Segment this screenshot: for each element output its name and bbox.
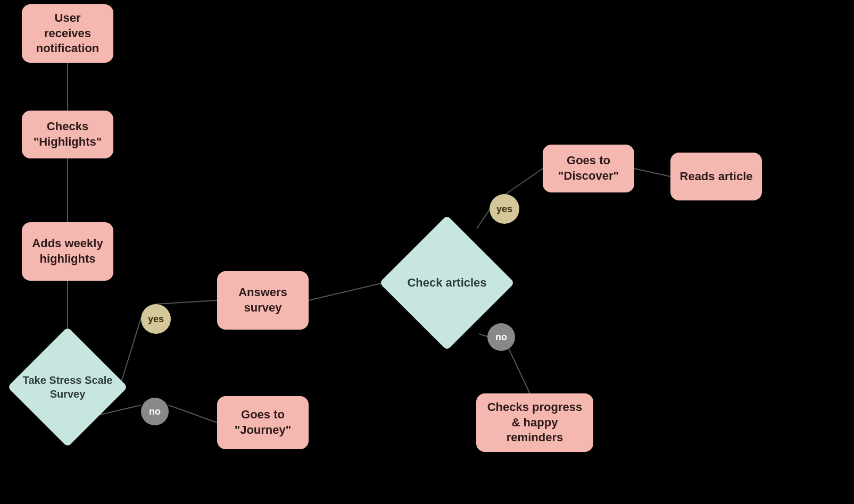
svg-line-8 bbox=[477, 209, 490, 229]
check-articles-label: Check articles bbox=[407, 275, 486, 291]
no-survey-circle: no bbox=[141, 398, 169, 425]
svg-line-9 bbox=[503, 169, 543, 196]
adds-weekly-highlights-node: Adds weekly highlights bbox=[22, 222, 113, 281]
flowchart: User receives notification Checks "Highl… bbox=[0, 0, 854, 504]
svg-line-3 bbox=[120, 318, 141, 387]
svg-line-5 bbox=[309, 283, 383, 300]
svg-line-10 bbox=[634, 169, 670, 177]
checks-progress-node: Checks progress & happy reminders bbox=[476, 393, 593, 452]
take-stress-survey-diamond: Take Stress Scale Survey bbox=[14, 334, 121, 440]
check-articles-diamond: Check articles bbox=[383, 229, 511, 337]
yes-survey-circle: yes bbox=[141, 304, 171, 334]
yes-articles-circle: yes bbox=[490, 194, 519, 224]
svg-line-4 bbox=[155, 300, 217, 304]
svg-line-7 bbox=[169, 405, 217, 423]
user-receives-notification-node: User receives notification bbox=[22, 4, 113, 63]
no-articles-circle: no bbox=[487, 323, 515, 351]
goes-to-discover-node: Goes to "Discover" bbox=[543, 145, 634, 192]
checks-highlights-node: Checks "Highlights" bbox=[22, 111, 113, 158]
goes-to-journey-node: Goes to "Journey" bbox=[217, 396, 309, 449]
reads-article-node: Reads article bbox=[670, 153, 762, 200]
answers-survey-node: Answers survey bbox=[217, 271, 309, 330]
take-stress-survey-label: Take Stress Scale Survey bbox=[14, 373, 121, 401]
